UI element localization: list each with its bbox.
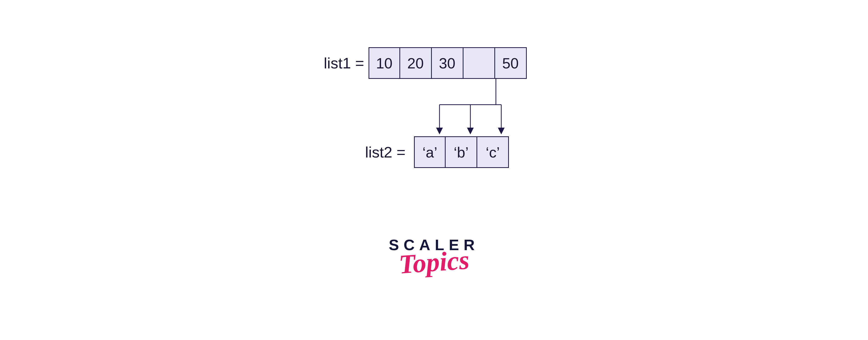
list1-label: list1 =: [324, 54, 369, 72]
brand-logo: SCALER Topics: [389, 237, 479, 270]
list1-cell-1: 20: [400, 47, 432, 79]
list1-row: list1 = 10 20 30 50: [324, 47, 587, 79]
list1-cell-3: [463, 47, 495, 79]
brand-topics: Topics: [398, 252, 470, 272]
list2-cell-2: ‘c’: [477, 136, 509, 168]
list1-cell-4: 50: [495, 47, 527, 79]
list1-cell-2: 30: [432, 47, 463, 79]
list2-row: list2 = ‘a’ ‘b’ ‘c’: [365, 136, 587, 168]
list2-cell-1: ‘b’: [445, 136, 477, 168]
list2-cell-0: ‘a’: [414, 136, 445, 168]
list2-label: list2 =: [365, 144, 414, 161]
list1-cell-0: 10: [369, 47, 400, 79]
diagram-stage: list1 = 10 20 30 50 list2 = ‘a’ ‘b’ ‘c’: [281, 0, 587, 168]
